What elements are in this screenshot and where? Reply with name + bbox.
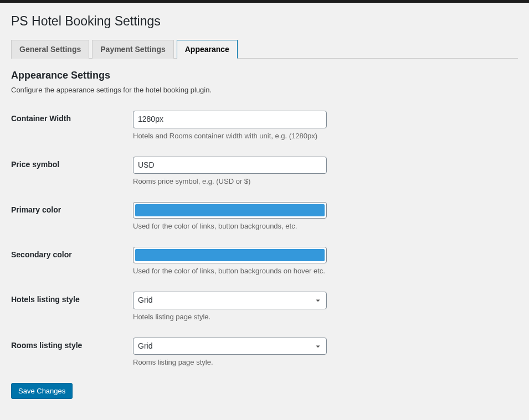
desc-secondary-color: Used for the color of links, button back… (133, 267, 518, 275)
desc-hotels-listing: Hotels listing page style. (133, 313, 518, 321)
desc-price-symbol: Rooms price symbol, e.g. (USD or $) (133, 177, 518, 185)
tab-general-settings[interactable]: General Settings (11, 40, 89, 59)
row-rooms-listing: Rooms listing style Grid Rooms listing p… (11, 338, 518, 367)
hotels-listing-select[interactable]: Grid (133, 292, 327, 309)
field-price-symbol: Rooms price symbol, e.g. (USD or $) (133, 157, 518, 186)
tab-appearance[interactable]: Appearance (177, 40, 238, 59)
desc-container-width: Hotels and Rooms container width with un… (133, 132, 518, 140)
label-primary-color: Primary color (11, 202, 133, 214)
label-rooms-listing: Rooms listing style (11, 338, 133, 350)
price-symbol-input[interactable] (133, 157, 327, 174)
row-secondary-color: Secondary color Used for the color of li… (11, 247, 518, 275)
row-hotels-listing: Hotels listing style Grid Hotels listing… (11, 292, 518, 321)
row-primary-color: Primary color Used for the color of link… (11, 202, 518, 230)
primary-color-swatch (135, 204, 325, 216)
field-secondary-color: Used for the color of links, button back… (133, 247, 518, 275)
field-rooms-listing: Grid Rooms listing page style. (133, 338, 518, 367)
label-secondary-color: Secondary color (11, 247, 133, 259)
row-price-symbol: Price symbol Rooms price symbol, e.g. (U… (11, 157, 518, 186)
secondary-color-swatch (135, 249, 325, 261)
section-description: Configure the appearance settings for th… (11, 86, 518, 94)
settings-form: Container Width Hotels and Rooms contain… (11, 111, 518, 366)
label-container-width: Container Width (11, 111, 133, 123)
page-title: PS Hotel Booking Settings (11, 14, 518, 29)
tab-payment-settings[interactable]: Payment Settings (92, 40, 173, 59)
label-hotels-listing: Hotels listing style (11, 292, 133, 304)
tab-nav: General Settings Payment Settings Appear… (11, 40, 518, 59)
section-title: Appearance Settings (11, 70, 518, 81)
secondary-color-input[interactable] (133, 247, 327, 263)
container-width-input[interactable] (133, 111, 327, 128)
page-wrapper: PS Hotel Booking Settings General Settin… (0, 3, 529, 410)
primary-color-input[interactable] (133, 202, 327, 219)
save-button[interactable]: Save Changes (11, 383, 73, 399)
label-price-symbol: Price symbol (11, 157, 133, 169)
desc-primary-color: Used for the color of links, button back… (133, 222, 518, 230)
row-container-width: Container Width Hotels and Rooms contain… (11, 111, 518, 140)
desc-rooms-listing: Rooms listing page style. (133, 358, 518, 366)
rooms-listing-select[interactable]: Grid (133, 338, 327, 355)
field-container-width: Hotels and Rooms container width with un… (133, 111, 518, 140)
field-primary-color: Used for the color of links, button back… (133, 202, 518, 230)
field-hotels-listing: Grid Hotels listing page style. (133, 292, 518, 321)
